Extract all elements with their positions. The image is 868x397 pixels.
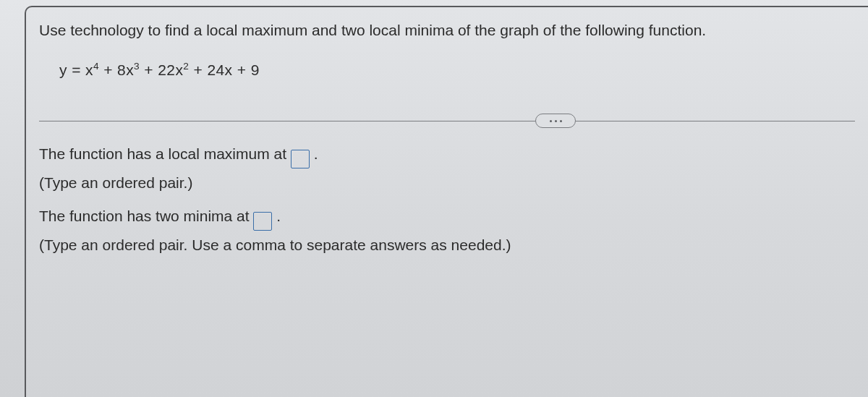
answers-block: The function has a local maximum at . (T… [39,145,855,254]
more-options-button[interactable] [535,114,576,128]
ellipsis-icon [550,120,552,122]
question-panel: Use technology to find a local maximum a… [0,0,868,397]
local-max-hint: (Type an ordered pair.) [39,174,855,192]
eqn-eq: = [72,61,81,78]
eqn-x1: x [85,61,93,78]
eqn-p4: 4 [93,61,99,72]
eqn-lhs: y [59,61,67,78]
local-max-suffix: . [314,145,318,162]
eqn-p3: 3 [134,61,140,72]
local-min-hint: (Type an ordered pair. Use a comma to se… [39,236,855,254]
eqn-t2: + 22x [140,61,183,78]
ellipsis-icon [555,120,557,122]
local-max-prefix: The function has a local maximum at [39,145,291,162]
local-min-line: The function has two minima at . [39,208,855,231]
local-min-prefix: The function has two minima at [39,208,253,224]
question-prompt: Use technology to find a local maximum a… [39,20,855,40]
ellipsis-icon [560,120,562,122]
local-min-suffix: . [276,208,281,224]
local-max-line: The function has a local maximum at . [39,145,855,168]
question-inner: Use technology to find a local maximum a… [25,6,868,397]
eqn-t1: + 8x [99,61,134,78]
question-equation: y = x4 + 8x3 + 22x2 + 24x + 9 [59,61,855,79]
eqn-tail: + 24x + 9 [189,61,259,78]
local-max-input[interactable] [291,150,310,168]
section-divider [39,112,855,129]
divider-line [39,121,855,121]
local-min-input[interactable] [253,212,272,231]
